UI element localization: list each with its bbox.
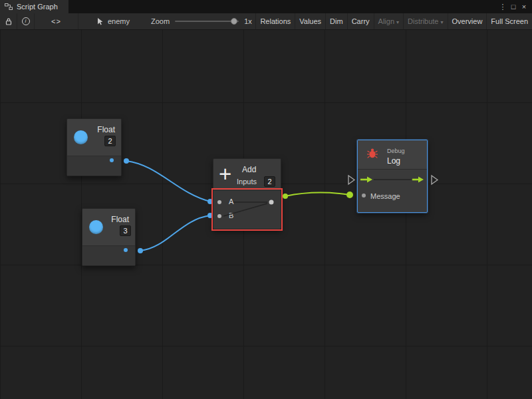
dim-label: Dim <box>330 17 343 25</box>
lock-button[interactable] <box>0 13 17 29</box>
plus-icon: + <box>219 160 231 189</box>
node-title: Log <box>387 156 400 166</box>
align-label: Align <box>378 17 394 25</box>
float-value-field[interactable]: 3 <box>120 225 131 236</box>
chevron-down-icon: ▾ <box>441 19 444 25</box>
info-icon: i <box>22 17 30 25</box>
pointer-icon <box>96 17 104 26</box>
input-port-a-label: A <box>229 198 233 205</box>
node-title: Float <box>97 125 115 134</box>
message-port-label: Message <box>370 192 400 200</box>
title-bar: Script Graph ⋮ □ × <box>0 0 532 13</box>
graph-icon <box>5 3 13 11</box>
node-title: Add <box>242 165 256 174</box>
debug-log-node[interactable]: Debug Log Message <box>357 140 428 213</box>
values-label: Values <box>299 17 321 25</box>
carry-label: Carry <box>352 17 370 25</box>
zoom-control: Zoom 1x <box>151 13 252 29</box>
add-ports-section <box>213 190 281 229</box>
script-graph-window: Script Graph ⋮ □ × i <> enemy Zoo <box>0 0 532 399</box>
code-icon: <> <box>51 17 61 25</box>
chevron-down-icon: ▾ <box>396 19 399 25</box>
float-node-1[interactable]: Float 2 <box>66 118 122 176</box>
relations-label: Relations <box>260 17 291 25</box>
zoom-slider-handle[interactable] <box>231 18 237 25</box>
fullscreen-button[interactable]: Full Screen <box>486 13 532 29</box>
float-node-footer <box>67 156 121 176</box>
float-icon <box>74 130 88 144</box>
zoom-slider[interactable] <box>175 21 239 22</box>
float-node-2[interactable]: Float 3 <box>82 208 136 266</box>
bug-icon <box>366 148 378 160</box>
zoom-label: Zoom <box>151 17 170 25</box>
distribute-button[interactable]: Distribute ▾ <box>403 13 447 29</box>
graph-target[interactable]: enemy <box>78 13 130 29</box>
align-button[interactable]: Align ▾ <box>374 13 403 29</box>
zoom-value: 1x <box>244 17 252 25</box>
values-button[interactable]: Values <box>295 13 325 29</box>
carry-button[interactable]: Carry <box>347 13 374 29</box>
inspect-button[interactable]: i <box>17 13 35 29</box>
source-button[interactable]: <> <box>35 13 78 29</box>
tab-script-graph[interactable]: Script Graph <box>0 0 68 13</box>
node-category: Debug <box>387 148 405 154</box>
overview-label: Overview <box>452 17 483 25</box>
fullscreen-label: Full Screen <box>491 17 528 25</box>
float-value-field[interactable]: 2 <box>104 136 116 146</box>
lock-icon <box>5 17 13 26</box>
float-icon <box>89 220 103 234</box>
menu-icon[interactable]: ⋮ <box>497 0 508 13</box>
distribute-label: Distribute <box>408 17 438 25</box>
dim-button[interactable]: Dim <box>325 13 347 29</box>
relations-button[interactable]: Relations <box>255 13 295 29</box>
target-label: enemy <box>108 17 130 25</box>
inputs-count-field[interactable]: 2 <box>264 176 275 187</box>
graph-toolbar: i <> enemy Zoom 1x Relations Values Dim … <box>0 13 532 30</box>
overview-button[interactable]: Overview <box>448 13 487 29</box>
inputs-label: Inputs <box>237 178 257 186</box>
add-node[interactable]: + Add Inputs 2 A B <box>213 158 281 229</box>
close-icon[interactable]: × <box>519 0 529 13</box>
maximize-icon[interactable]: □ <box>508 0 519 13</box>
tab-title: Script Graph <box>17 3 58 11</box>
node-title: Float <box>111 215 129 224</box>
input-port-b-label: B <box>229 211 233 219</box>
window-controls: ⋮ □ × <box>497 0 532 13</box>
float-node-footer <box>82 245 135 265</box>
